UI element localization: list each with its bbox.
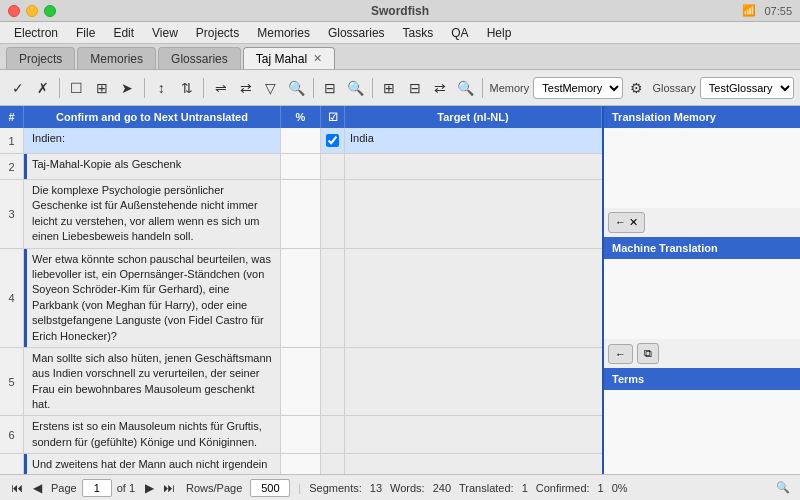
table-row[interactable]: 4Wer etwa könnte schon pauschal beurteil… (0, 249, 602, 348)
menu-glossaries[interactable]: Glossaries (320, 24, 393, 42)
tab-taj-mahal[interactable]: Taj Mahal ✕ (243, 47, 335, 69)
table-header: # Confirm and go to Next Untranslated % … (0, 106, 602, 128)
segments-label: Segments: (309, 482, 362, 494)
toolbar-sep-2 (144, 78, 145, 98)
tab-memories[interactable]: Memories (77, 47, 156, 69)
toolbar-sep-4 (313, 78, 314, 98)
toolbar-btn-memory-settings[interactable]: ⚙ (625, 75, 648, 101)
status-bar: ⏮ ◀ Page of 1 ▶ ⏭ Rows/Page | Segments: … (0, 474, 800, 500)
toolbar-btn-4[interactable]: ↕ (150, 75, 173, 101)
menu-file[interactable]: File (68, 24, 103, 42)
mt-apply-button[interactable]: ← (608, 344, 633, 364)
row-check[interactable] (321, 416, 345, 453)
toolbar-btn-confirm[interactable]: ✓ (6, 75, 29, 101)
table-row[interactable]: 1Indien:India (0, 128, 602, 154)
menu-tasks[interactable]: Tasks (395, 24, 442, 42)
memory-select[interactable]: TestMemory (533, 77, 623, 99)
traffic-lights (8, 5, 56, 17)
last-page-button[interactable]: ⏭ (160, 479, 178, 497)
toolbar-sep-5 (372, 78, 373, 98)
th-pct: % (281, 106, 321, 128)
prev-page-button[interactable]: ◀ (28, 479, 46, 497)
toolbar-btn-8[interactable]: ⊟ (319, 75, 342, 101)
table-row[interactable]: 7Und zweitens hat der Mann auch nicht ir… (0, 454, 602, 474)
menu-qa[interactable]: QA (443, 24, 476, 42)
row-target (345, 348, 602, 416)
mt-action-row: ← ⧉ (604, 339, 800, 368)
menu-view[interactable]: View (144, 24, 186, 42)
toolbar: ✓ ✗ ☐ ⊞ ➤ ↕ ⇅ ⇌ ⇄ ▽ 🔍 ⊟ 🔍 ⊞ ⊟ ⇄ 🔍 Memory… (0, 70, 800, 106)
row-source: Und zweitens hat der Mann auch nicht irg… (24, 454, 281, 474)
toolbar-btn-9[interactable]: 🔍 (344, 75, 367, 101)
right-panel: Translation Memory ← ✕ Machine Translati… (604, 106, 800, 474)
mt-header: Machine Translation (604, 237, 800, 259)
minimize-button[interactable] (26, 5, 38, 17)
menu-bar: Electron File Edit View Projects Memorie… (0, 22, 800, 44)
toolbar-btn-search[interactable]: 🔍 (285, 75, 308, 101)
glossary-select[interactable]: TestGlossary (700, 77, 794, 99)
close-button[interactable] (8, 5, 20, 17)
menu-memories[interactable]: Memories (249, 24, 318, 42)
tm-apply-button[interactable]: ← ✕ (608, 212, 645, 233)
toolbar-btn-7[interactable]: ⇄ (234, 75, 257, 101)
row-number: 1 (0, 128, 24, 153)
table-row[interactable]: 3Die komplexe Psychologie persönlicher G… (0, 180, 602, 249)
of-label: of 1 (117, 482, 135, 494)
maximize-button[interactable] (44, 5, 56, 17)
toolbar-btn-filter[interactable]: ▽ (259, 75, 282, 101)
toolbar-btn-10[interactable]: ⊞ (378, 75, 401, 101)
toolbar-btn-cancel[interactable]: ✗ (31, 75, 54, 101)
page-input[interactable] (82, 479, 112, 497)
search-icon[interactable]: 🔍 (774, 479, 792, 497)
mt-copy-button[interactable]: ⧉ (637, 343, 659, 364)
app-title: Swordfish (371, 4, 429, 18)
row-check[interactable] (321, 249, 345, 347)
row-target (345, 154, 602, 179)
translated-label: Translated: (459, 482, 514, 494)
row-check[interactable] (321, 454, 345, 474)
menu-edit[interactable]: Edit (105, 24, 142, 42)
menu-projects[interactable]: Projects (188, 24, 247, 42)
menu-help[interactable]: Help (479, 24, 520, 42)
row-source: Taj-Mahal-Kopie als Geschenk (24, 154, 281, 179)
segments-value: 13 (370, 482, 382, 494)
row-pct (281, 249, 321, 347)
row-check[interactable] (321, 128, 345, 153)
tab-glossaries[interactable]: Glossaries (158, 47, 241, 69)
row-check[interactable] (321, 180, 345, 248)
tab-projects[interactable]: Projects (6, 47, 75, 69)
menu-electron[interactable]: Electron (6, 24, 66, 42)
toolbar-btn-12[interactable]: ⇄ (428, 75, 451, 101)
row-checkbox[interactable] (326, 134, 339, 147)
tm-action-row: ← ✕ (604, 208, 800, 237)
toolbar-btn-1[interactable]: ☐ (65, 75, 88, 101)
toolbar-btn-6[interactable]: ⇌ (209, 75, 232, 101)
row-check[interactable] (321, 154, 345, 179)
page-nav: ⏮ ◀ Page of 1 ▶ ⏭ (8, 479, 178, 497)
toolbar-btn-5[interactable]: ⇅ (175, 75, 198, 101)
toolbar-sep-1 (59, 78, 60, 98)
row-check[interactable] (321, 348, 345, 416)
next-page-button[interactable]: ▶ (140, 479, 158, 497)
row-target (345, 454, 602, 474)
row-source: Man sollte sich also hüten, jenen Geschä… (24, 348, 281, 416)
page-label: Page (51, 482, 77, 494)
tab-close-icon[interactable]: ✕ (313, 52, 322, 65)
rows-input[interactable] (250, 479, 290, 497)
th-num: # (0, 106, 24, 128)
toolbar-btn-2[interactable]: ⊞ (90, 75, 113, 101)
th-source: Confirm and go to Next Untranslated (24, 106, 281, 128)
th-target: Target (nl-NL) (345, 106, 602, 128)
first-page-button[interactable]: ⏮ (8, 479, 26, 497)
row-source: Indien: (24, 128, 281, 153)
table-row[interactable]: 2Taj-Mahal-Kopie als Geschenk (0, 154, 602, 180)
table-row[interactable]: 6Erstens ist so ein Mausoleum nichts für… (0, 416, 602, 454)
main-area: # Confirm and go to Next Untranslated % … (0, 106, 800, 474)
tm-apply-icon: ← ✕ (615, 216, 638, 229)
table-row[interactable]: 5Man sollte sich also hüten, jenen Gesch… (0, 348, 602, 417)
row-target (345, 180, 602, 248)
toolbar-btn-11[interactable]: ⊟ (403, 75, 426, 101)
toolbar-btn-3[interactable]: ➤ (116, 75, 139, 101)
row-pct (281, 128, 321, 153)
toolbar-btn-13[interactable]: 🔍 (453, 75, 476, 101)
